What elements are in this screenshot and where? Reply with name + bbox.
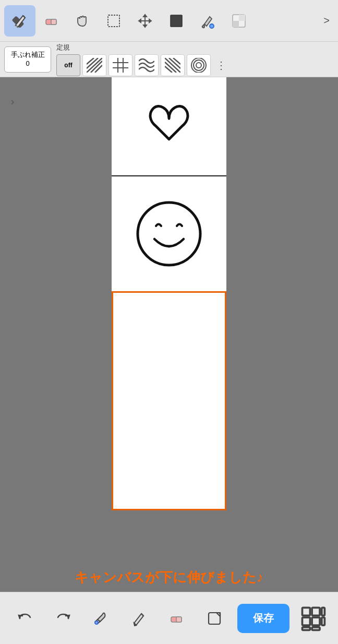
- bottom-toolbar: 保存: [0, 592, 338, 644]
- eyedropper-button[interactable]: [86, 604, 115, 633]
- svg-point-8: [210, 24, 214, 28]
- svg-point-27: [194, 60, 204, 70]
- svg-rect-42: [302, 627, 310, 630]
- move-tool[interactable]: [129, 5, 161, 37]
- svg-line-21: [165, 58, 180, 73]
- color-swatch[interactable]: [223, 5, 255, 37]
- fill-rect-tool[interactable]: [161, 5, 192, 37]
- ruler-section: 定規 off: [56, 43, 334, 76]
- svg-rect-40: [302, 617, 310, 625]
- expand-arrow-btn[interactable]: ›: [4, 93, 21, 110]
- svg-line-12: [87, 58, 102, 73]
- eraser-tool[interactable]: [35, 5, 67, 37]
- pen-button[interactable]: [124, 604, 153, 633]
- svg-point-29: [138, 202, 200, 265]
- svg-rect-34: [176, 617, 182, 622]
- canvas-page-3-selected[interactable]: [112, 291, 226, 510]
- stabilizer-button[interactable]: 手ぶれ補正 0: [4, 46, 51, 73]
- ruler-diagonal-btn[interactable]: [82, 54, 106, 76]
- top-toolbar: >: [0, 0, 338, 42]
- ruler-more-label: ⋮: [216, 59, 226, 71]
- ruler-label: 定規: [56, 43, 334, 52]
- svg-rect-3: [51, 19, 56, 25]
- svg-point-26: [196, 63, 201, 68]
- pencil-tool[interactable]: [4, 5, 35, 37]
- canvas-extend-message: キャンバスが下に伸びました♪: [0, 563, 338, 592]
- bucket-tool[interactable]: [192, 5, 223, 37]
- toolbar-expand-btn[interactable]: >: [319, 5, 334, 37]
- svg-rect-41: [312, 617, 320, 625]
- second-toolbar: 手ぶれ補正 0 定規 off: [0, 42, 338, 77]
- svg-line-14: [95, 65, 102, 73]
- canvas-page-1[interactable]: [112, 77, 226, 176]
- undo-button[interactable]: [10, 604, 40, 633]
- svg-rect-45: [322, 617, 325, 625]
- ruler-more-btn[interactable]: ⋮: [213, 54, 230, 76]
- svg-rect-11: [233, 21, 239, 27]
- svg-rect-44: [322, 607, 325, 615]
- svg-rect-10: [239, 15, 245, 21]
- ruler-wave-btn[interactable]: [135, 54, 159, 76]
- stabilizer-label: 手ぶれ補正: [11, 51, 45, 59]
- heart-drawing: [112, 77, 226, 175]
- canvas-pages: [112, 77, 226, 510]
- stabilizer-value: 0: [26, 59, 29, 68]
- redo-button[interactable]: [49, 604, 78, 633]
- ruler-off-label: off: [64, 62, 72, 69]
- svg-rect-39: [312, 607, 320, 615]
- svg-rect-7: [171, 15, 182, 27]
- save-label: 保存: [253, 611, 274, 625]
- save-button[interactable]: 保存: [237, 604, 289, 633]
- grid-button[interactable]: [298, 604, 328, 633]
- ruler-tools: off: [56, 54, 334, 76]
- eraser-bottom-button[interactable]: [162, 604, 191, 633]
- svg-rect-43: [312, 627, 320, 630]
- canvas-page-2[interactable]: [112, 176, 226, 291]
- svg-point-31: [95, 621, 98, 624]
- svg-rect-4: [108, 15, 119, 27]
- ruler-off-btn[interactable]: off: [56, 54, 80, 76]
- ruler-circle-btn[interactable]: [187, 54, 211, 76]
- hand-tool[interactable]: [67, 5, 98, 37]
- export-button[interactable]: [200, 604, 229, 633]
- smiley-drawing: [112, 176, 226, 291]
- svg-rect-38: [302, 607, 310, 615]
- ruler-grid-btn[interactable]: [108, 54, 132, 76]
- select-rect-tool[interactable]: [98, 5, 129, 37]
- extend-message-text: キャンバスが下に伸びました♪: [75, 568, 263, 587]
- ruler-diagonal2-btn[interactable]: [161, 54, 185, 76]
- canvas-area[interactable]: › キャンバスが下に伸びました♪: [0, 77, 338, 592]
